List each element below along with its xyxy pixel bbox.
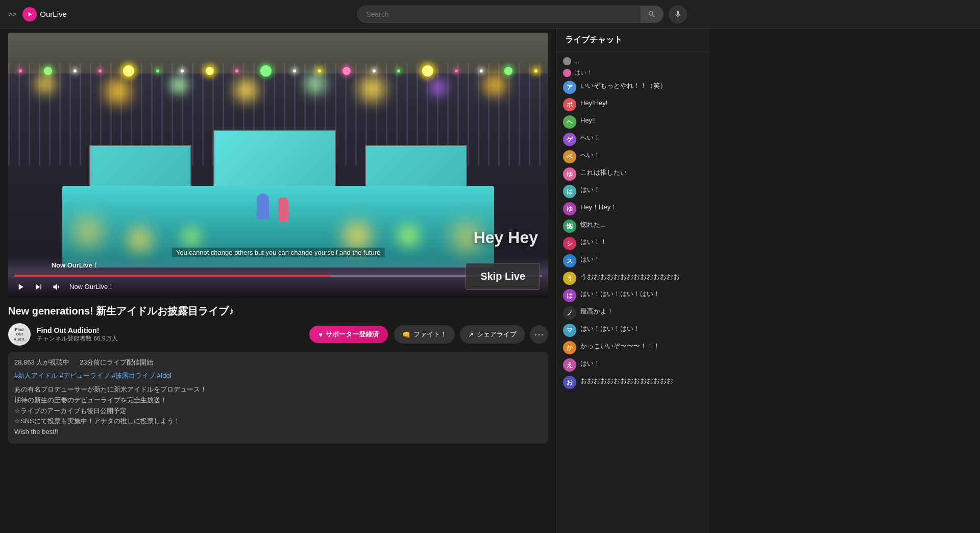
share-label: シェアライブ — [477, 330, 517, 339]
dot-avatar — [563, 57, 571, 65]
video-info: New generations! 新生アイドルお披露目ライブ♪ FindOutA… — [8, 298, 548, 448]
chat-avatar: マ — [563, 324, 576, 337]
chat-messages: ... はい！ ア いいぞもっとやれ！！（笑） ポ Hey!Hey! ヘ Hey… — [557, 52, 709, 533]
header: >> OurLive — [0, 0, 980, 29]
fight-button[interactable]: 👊 ファイト！ — [394, 325, 455, 344]
chat-text: Hey！Hey！ — [580, 203, 617, 211]
chat-content: はい！ — [580, 185, 703, 195]
floor-light — [343, 222, 371, 250]
chat-text: はい！ — [580, 186, 600, 193]
chat-content: Hey!Hey! — [580, 98, 703, 107]
chat-avatar: ス — [563, 254, 576, 268]
chat-content: はい！はい！はい！はい！ — [580, 289, 703, 299]
progress-bar[interactable] — [14, 275, 542, 277]
dot-text: ... — [574, 58, 579, 65]
chat-content: はい！ — [580, 358, 703, 368]
chat-message: え はい！ — [561, 357, 705, 373]
volume-button[interactable] — [51, 281, 63, 293]
chat-content: はい！はい！はい！ — [580, 324, 703, 333]
chat-text: はい！ — [580, 359, 600, 367]
chat-message: ゲ へい！ — [561, 131, 705, 148]
chat-message: ゆ Hey！Hey！ — [561, 201, 705, 217]
chat-avatar: は — [563, 289, 576, 302]
support-btn-label: サポーター登録済 — [326, 330, 379, 339]
channel-avatar-text: FindOutAudit. — [9, 324, 30, 345]
stage-light — [429, 79, 447, 96]
chat-content: これは推したい — [580, 167, 703, 177]
floor-light — [397, 224, 420, 247]
desc-tags[interactable]: #新人アイドル #デビューライブ #披露目ライブ #Idol — [14, 371, 542, 380]
chat-message: マ はい！はい！はい！ — [561, 322, 705, 338]
channel-row: FindOutAudit. Find Out Audition! チャンネル登録… — [8, 323, 548, 346]
floor-light — [451, 222, 482, 252]
chat-content: へい！ — [580, 133, 703, 142]
mic-button[interactable] — [669, 5, 687, 23]
skip-button[interactable] — [33, 281, 45, 293]
stage-light — [305, 74, 326, 94]
search-button[interactable] — [641, 6, 664, 23]
channel-info: Find Out Audition! チャンネル登録者数 66.9万人 — [37, 326, 303, 343]
dot-text: はい！ — [574, 68, 593, 77]
chat-avatar: ヘ — [563, 115, 576, 129]
more-button[interactable]: ⋯ — [530, 325, 548, 344]
search-form — [357, 5, 664, 23]
chat-avatar: ポ — [563, 98, 576, 111]
chat-text: うおおおおおおおおおおおおおお — [580, 273, 680, 280]
chat-message: 惚 惚れた... — [561, 218, 705, 234]
video-stage: MODU MODU You cannot change others but y… — [8, 33, 548, 298]
chat-avatar: 惚 — [563, 220, 576, 233]
nav-arrows[interactable]: >> — [8, 10, 16, 18]
chat-avatar: う — [563, 272, 576, 285]
chat-message: ス はい！ — [561, 253, 705, 269]
chat-message: シ はい！！ — [561, 235, 705, 252]
main-content: MODU MODU You cannot change others but y… — [0, 29, 980, 533]
desc-text: あの有名プロデューサーが新たに新米アイドルをプロデュース！期待の新生の圧巻のデビ… — [14, 384, 542, 438]
chat-content: はい！！ — [580, 237, 703, 247]
chat-avatar: ゲ — [563, 133, 576, 146]
video-title: New generations! 新生アイドルお披露目ライブ♪ — [8, 304, 548, 318]
skip-live-button[interactable]: Skip Live — [465, 263, 540, 290]
video-description: 28,863 人が視聴中 23分前にライブ配信開始 #新人アイドル #デビューラ… — [8, 352, 548, 444]
chat-avatar: お — [563, 376, 576, 389]
logo-container[interactable]: OurLive — [22, 7, 67, 21]
dot-message: はい！ — [561, 67, 705, 78]
controls-row: Now OurLive！ — [14, 281, 542, 293]
channel-name: Find Out Audition! — [37, 326, 303, 334]
support-button[interactable]: ♥ サポーター登録済 — [309, 326, 388, 343]
logo-text: OurLive — [40, 10, 67, 18]
chat-text: Hey!Hey! — [580, 99, 607, 107]
now-playing-bar: Now OurLive！ — [52, 261, 99, 270]
chat-avatar: え — [563, 358, 576, 372]
chat-message: お おおおおおおおおおおおおおお — [561, 374, 705, 391]
chat-content: はい！ — [580, 254, 703, 264]
play-button[interactable] — [14, 281, 27, 293]
chat-avatar: シ — [563, 237, 576, 250]
performer1 — [257, 193, 269, 219]
chat-message: ポ Hey!Hey! — [561, 96, 705, 113]
viewer-count: 28,863 人が視聴中 — [14, 358, 69, 366]
chat-text: Hey!! — [580, 116, 596, 124]
logo-icon — [22, 7, 37, 21]
support-btn-heart: ♥ — [318, 331, 323, 338]
channel-avatar[interactable]: FindOutAudit. — [8, 323, 31, 346]
chat-content: へい！ — [580, 150, 703, 160]
chat-avatar: ノ — [563, 306, 576, 320]
chat-message: ヘ Hey!! — [561, 114, 705, 130]
chat-text: かっこいいぞ〜〜〜！！！ — [580, 342, 660, 350]
chat-content: 惚れた... — [580, 220, 703, 229]
chat-text: これは推したい — [580, 168, 627, 176]
chat-avatar: ゆ — [563, 167, 576, 181]
floor-light — [73, 216, 104, 247]
chat-text: はい！！ — [580, 238, 607, 246]
chat-text: はい！ — [580, 255, 600, 263]
share-button[interactable]: ↗ シェアライブ — [460, 325, 525, 344]
dot-avatar — [563, 69, 571, 77]
chat-avatar: か — [563, 341, 576, 354]
search-input[interactable] — [357, 6, 641, 23]
chat-header: ライブチャット — [557, 29, 709, 52]
channel-subs: チャンネル登録者数 66.9万人 — [37, 334, 303, 343]
chat-avatar: ゆ — [563, 202, 576, 215]
chat-content: Hey!! — [580, 115, 703, 125]
chat-avatar: ベ — [563, 150, 576, 163]
desc-stats: 28,863 人が視聴中 23分前にライブ配信開始 — [14, 358, 542, 367]
